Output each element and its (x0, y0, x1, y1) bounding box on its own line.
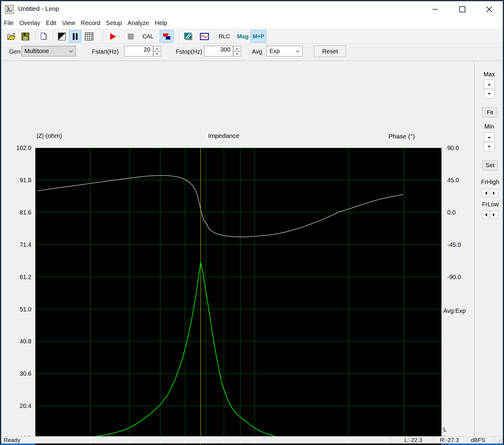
max-spinner[interactable] (484, 80, 495, 98)
copy-button[interactable] (38, 30, 50, 43)
maximize-button[interactable] (449, 1, 476, 17)
resize-grip[interactable] (497, 438, 502, 443)
spin-up-icon (236, 48, 238, 49)
menu-bar: FileOverlayEditViewRecordSetupAnalyzeHel… (1, 17, 503, 29)
impedance-mode-icon (163, 33, 171, 40)
spin-down-icon (488, 93, 491, 95)
menu-item-analyze[interactable]: Analyze (127, 20, 149, 27)
right-axis-tick: -45.0 (447, 241, 461, 248)
left-axis-tick: 91.8 (20, 176, 31, 183)
generator-select[interactable]: Multitone (21, 46, 76, 56)
left-axis-tick: 51.0 (20, 306, 31, 313)
magnitude-view-button[interactable]: Mag (236, 30, 250, 43)
fstart-spinner[interactable] (153, 46, 161, 56)
fstart-input[interactable]: 20 (124, 46, 153, 56)
maximize-icon (459, 6, 466, 13)
close-icon (486, 6, 493, 13)
open-button[interactable] (5, 30, 17, 43)
set-button[interactable]: Set (482, 160, 498, 170)
frhigh-arrows[interactable] (482, 189, 498, 197)
avg-indicator: Avg:Exp (443, 307, 466, 314)
impedance-measure-button[interactable] (160, 30, 174, 43)
menu-item-setup[interactable]: Setup (106, 20, 122, 27)
toolbar-separator (103, 31, 103, 42)
play-icon (109, 33, 117, 40)
title-bar[interactable]: Ω Untitled - Limp (1, 1, 503, 17)
max-label: Max (483, 71, 495, 78)
right-axis-tick: 45.0 (447, 176, 459, 183)
status-ready: Ready (4, 437, 20, 443)
pause-icon (72, 33, 79, 40)
averaging-select[interactable]: Exp (266, 46, 303, 56)
cal-label: CAL (143, 33, 154, 40)
menu-item-overlay[interactable]: Overlay (19, 20, 40, 27)
stop-button[interactable] (124, 30, 137, 43)
save-icon (21, 32, 30, 41)
right-axis-tick: 90.0 (447, 145, 459, 151)
chart-title: Impedance (208, 132, 239, 139)
left-axis-tick: 71.4 (20, 241, 31, 248)
table-button[interactable] (83, 30, 95, 43)
min-spinner[interactable] (484, 132, 495, 151)
reset-label: Reset (322, 48, 338, 55)
calibrate-button[interactable]: CAL (140, 30, 156, 43)
fit-button[interactable]: Fit (482, 107, 498, 117)
toolbar-separator (53, 31, 53, 42)
chevron-down-icon (69, 50, 73, 52)
avg-label: Avg (252, 48, 262, 55)
spin-down-icon (488, 146, 491, 148)
menu-item-help[interactable]: Help (155, 20, 167, 27)
mag-label: Mag (237, 33, 249, 40)
frlow-label: FrLow (482, 201, 499, 208)
fstop-label: Fstop(Hz) (176, 48, 202, 55)
left-axis-title: |Z| (ohm) (37, 132, 62, 139)
overlay-button[interactable] (182, 30, 194, 43)
rlc-button[interactable]: RLC (217, 30, 232, 43)
save-button[interactable] (19, 30, 31, 43)
gen-label: Gen (9, 48, 21, 55)
close-button[interactable] (476, 1, 503, 17)
signal-icon (200, 33, 209, 40)
minimize-icon (432, 6, 438, 13)
overlay-icon (184, 32, 193, 41)
reset-button[interactable]: Reset (314, 46, 346, 57)
start-button[interactable] (107, 30, 119, 43)
pause-button[interactable] (69, 30, 81, 43)
signal-generator-button[interactable] (198, 30, 211, 43)
stop-icon (127, 33, 134, 40)
bw-background-button[interactable] (56, 30, 68, 43)
toolbar: CAL RLC M (1, 29, 503, 43)
left-axis-tick: 61.2 (20, 273, 31, 280)
table-icon (85, 33, 93, 40)
window-title: Untitled - Limp (18, 5, 59, 12)
left-axis-tick: 20.4 (20, 402, 31, 409)
left-axis-tick: 30.6 (20, 370, 31, 377)
magnitude-phase-view-button[interactable]: M+P (251, 30, 266, 43)
panel-divider (474, 61, 474, 436)
measurement-controls: Gen Multitone Fstart(Hz) 20 Fstop(Hz) 30… (1, 44, 503, 61)
graph-area: |Z| (ohm) Impedance Phase (°) 102.091.88… (1, 61, 503, 436)
fstop-input[interactable]: 300 (204, 46, 233, 56)
application-window: Ω Untitled - Limp FileOverlayEditViewRec… (0, 0, 504, 445)
spin-up-icon (156, 48, 158, 49)
spin-down-icon (236, 53, 238, 54)
minimize-button[interactable] (422, 1, 449, 17)
toolbar-separator (179, 31, 179, 42)
menu-item-edit[interactable]: Edit (46, 20, 56, 27)
generator-value: Multitone (24, 48, 49, 55)
menu-item-record[interactable]: Record (81, 20, 100, 27)
menu-item-view[interactable]: View (62, 20, 75, 27)
status-separator (434, 437, 434, 443)
menu-item-file[interactable]: File (4, 20, 14, 27)
fstop-spinner[interactable] (233, 46, 241, 56)
left-axis-tick: 102.0 (16, 145, 31, 151)
spin-up-icon (488, 84, 491, 85)
status-left-level: L:-22.3 (404, 437, 422, 443)
set-label: Set (486, 162, 494, 169)
plot-background (35, 148, 441, 445)
arrow-right-icon (493, 213, 495, 217)
impedance-plot[interactable] (35, 148, 441, 445)
left-axis-tick: 40.8 (20, 338, 31, 345)
frlow-arrows[interactable] (482, 211, 498, 219)
app-icon: Ω (5, 5, 14, 14)
